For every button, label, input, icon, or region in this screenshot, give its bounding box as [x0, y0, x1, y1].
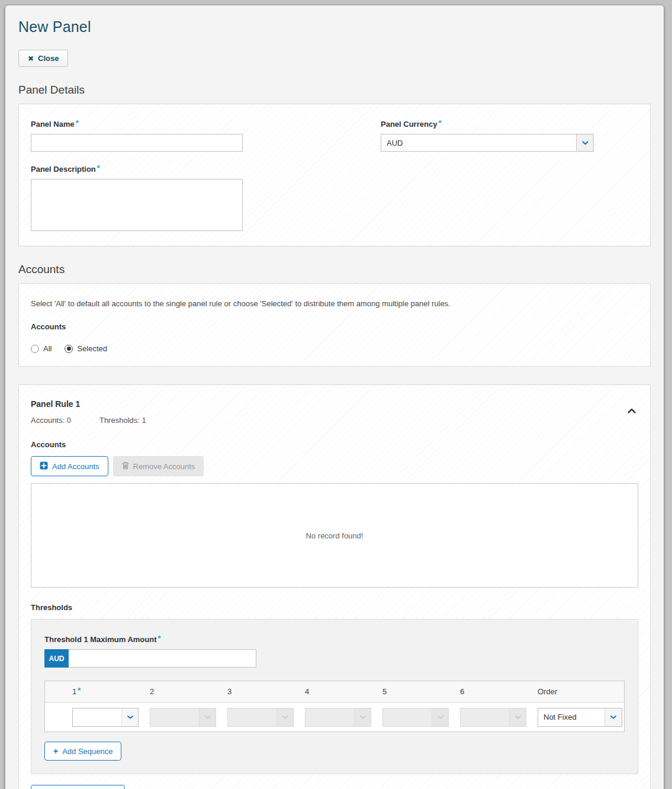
sequence-select-5 — [382, 708, 449, 727]
close-icon: ✖ — [28, 55, 34, 62]
panel-description-label: Panel Description* — [31, 165, 288, 174]
panel-rule-title: Panel Rule 1 — [31, 399, 146, 409]
plus-square-icon — [40, 461, 48, 471]
empty-message: No record found! — [306, 531, 364, 540]
accounts-instruction: Select 'All' to default all accounts to … — [31, 299, 638, 308]
remove-accounts-label: Remove Accounts — [133, 463, 195, 470]
currency-prefix-badge: AUD — [44, 649, 69, 668]
sequence-select-2 — [150, 708, 216, 727]
accounts-heading: Accounts — [18, 263, 651, 276]
add-sequence-button[interactable]: + Add Sequence — [44, 742, 121, 761]
panel-currency-select[interactable]: AUD — [381, 134, 594, 152]
panel-currency-label: Panel Currency* — [381, 120, 638, 129]
accounts-empty-list: No record found! — [31, 483, 638, 588]
required-marker: * — [438, 118, 441, 127]
chevron-down-icon — [509, 708, 526, 726]
add-accounts-label: Add Accounts — [52, 463, 99, 470]
chevron-down-icon — [354, 708, 371, 726]
chevron-down-icon — [199, 708, 216, 726]
chevron-up-icon — [628, 406, 636, 415]
collapse-rule-button[interactable] — [625, 404, 638, 418]
add-new-threshold-button[interactable]: + Add New Threshold — [31, 785, 125, 789]
panel-description-input[interactable] — [31, 179, 243, 231]
close-button[interactable]: ✖ Close — [18, 50, 68, 67]
add-sequence-label: Add Sequence — [62, 748, 112, 755]
panel-currency-value: AUD — [381, 134, 576, 151]
thresholds-label: Thresholds — [31, 603, 638, 612]
radio-selected-label: Selected — [77, 344, 107, 353]
seq-col-header-order: Order — [538, 687, 624, 696]
sequence-table: 1* 2 3 4 5 6 Order — [44, 681, 625, 732]
seq-col-header-5: 5 — [382, 687, 460, 696]
order-select-value: Not Fixed — [538, 708, 605, 726]
chevron-down-icon — [576, 134, 593, 151]
radio-all-label: All — [43, 344, 52, 353]
panel-details-heading: Panel Details — [18, 84, 651, 97]
sequence-select-6 — [460, 708, 526, 727]
panel-name-label: Panel Name* — [31, 120, 288, 129]
threshold-amount-label: Threshold 1 Maximum Amount* — [44, 635, 625, 644]
chevron-down-icon — [121, 708, 138, 726]
trash-icon — [122, 461, 129, 471]
chevron-down-icon — [276, 708, 293, 726]
sequence-select-4 — [305, 708, 371, 727]
sequence-row: Not Fixed — [45, 703, 624, 732]
sequence-select-1[interactable] — [72, 708, 139, 727]
thresholds-count: Thresholds: 1 — [99, 416, 146, 425]
required-marker: * — [76, 118, 79, 127]
radio-accounts-all[interactable]: All — [31, 344, 52, 353]
add-accounts-button[interactable]: Add Accounts — [31, 456, 108, 476]
seq-col-header-6: 6 — [460, 687, 538, 696]
plus-icon: + — [53, 747, 58, 755]
threshold-box: Threshold 1 Maximum Amount* AUD 1* 2 3 4… — [31, 619, 638, 774]
accounts-field-label: Accounts — [31, 322, 638, 331]
remove-accounts-button[interactable]: Remove Accounts — [113, 456, 204, 476]
accounts-box: Select 'All' to default all accounts to … — [18, 283, 651, 367]
seq-col-header-3: 3 — [227, 687, 305, 696]
seq-col-header-2: 2 — [150, 687, 227, 696]
panel-details-box: Panel Name* Panel Description* Panel Cur… — [18, 104, 651, 246]
chevron-down-icon — [432, 708, 448, 726]
panel-rule-card: Panel Rule 1 Accounts: 0 Thresholds: 1 A… — [18, 384, 651, 789]
required-marker: * — [97, 163, 100, 172]
required-marker: * — [78, 686, 81, 695]
radio-accounts-selected[interactable]: Selected — [65, 344, 107, 353]
radio-circle-checked-icon — [65, 345, 73, 353]
rule-accounts-label: Accounts — [31, 440, 638, 449]
chevron-down-icon — [605, 708, 622, 726]
close-button-label: Close — [38, 54, 59, 62]
panel-name-input[interactable] — [31, 134, 243, 152]
new-panel-page: New Panel ✖ Close Panel Details Panel Na… — [5, 5, 664, 789]
page-title: New Panel — [18, 18, 651, 36]
required-marker: * — [157, 634, 160, 643]
radio-circle-icon — [31, 345, 39, 353]
seq-col-header-4: 4 — [305, 687, 382, 696]
accounts-count: Accounts: 0 — [31, 416, 71, 425]
threshold-amount-input[interactable] — [69, 649, 256, 668]
sequence-select-3 — [227, 708, 294, 727]
seq-col-header-1: 1* — [72, 687, 150, 696]
order-select[interactable]: Not Fixed — [538, 708, 622, 727]
